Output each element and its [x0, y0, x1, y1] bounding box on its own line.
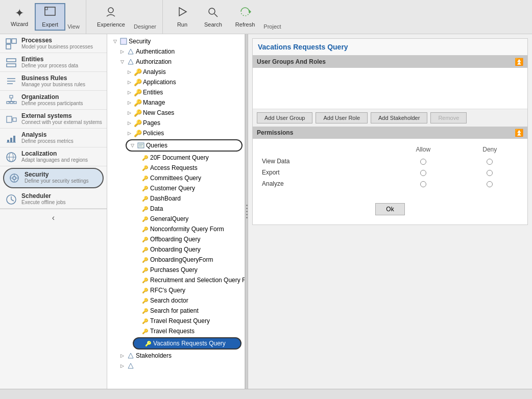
rfcs-tree-icon: 🔑 [141, 286, 149, 294]
tree-item-analysis[interactable]: ▷ 🔑 Analysis [107, 67, 245, 77]
tree-item-more[interactable]: ▷ [107, 361, 245, 371]
tree-item-dashboard[interactable]: 🔑 DashBoard [107, 193, 245, 204]
radio-view-data-allow[interactable] [420, 159, 426, 165]
nav-item-scheduler[interactable]: Scheduler Execute offline jobs [0, 190, 107, 209]
expand-authentication[interactable]: ▷ [118, 48, 126, 55]
expand-applications[interactable]: ▷ [126, 79, 133, 86]
nav-item-localization[interactable]: Localization Adapt languages and regions [0, 147, 107, 166]
svg-rect-27 [10, 138, 12, 142]
collapse-user-groups-icon[interactable]: ⏫ [515, 58, 523, 66]
nav-item-organization[interactable]: Organization Define process participants [0, 91, 107, 110]
expand-entities[interactable]: ▷ [126, 89, 133, 96]
project-group: Run Search Refresh Project [163, 0, 287, 34]
tree-item-authorization[interactable]: ▽ Authorization [107, 57, 245, 67]
localization-icon [4, 150, 18, 164]
radio-view-data-deny[interactable] [487, 159, 493, 165]
permissions-header[interactable]: Permissions ⏫ [253, 127, 527, 139]
nav-item-entities[interactable]: Entities Define your process data [0, 53, 107, 72]
radio-export-allow[interactable] [420, 170, 426, 176]
tree-item-search-patient[interactable]: 🔑 Search for patient [107, 306, 245, 316]
expand-security[interactable]: ▽ [111, 38, 118, 45]
tree-item-20f-doc[interactable]: 🔑 20F Document Query [107, 153, 245, 163]
perm-deny-analyze[interactable] [457, 179, 522, 189]
expand-manage[interactable]: ▷ [126, 99, 133, 106]
expand-analysis[interactable]: ▷ [126, 68, 133, 76]
tree-item-nonconformity[interactable]: 🔑 Nonconformity Query Form [107, 224, 245, 234]
main-area: Processes Model your business processes … [0, 34, 532, 389]
perm-allow-export[interactable] [390, 167, 456, 178]
processes-title: Processes [21, 37, 93, 44]
radio-analyze-deny[interactable] [487, 181, 493, 187]
user-groups-header[interactable]: User Groups And Roles ⏫ [253, 56, 527, 68]
general-tree-icon: 🔑 [141, 215, 149, 223]
nav-item-processes[interactable]: Processes Model your business processes [0, 34, 107, 53]
perm-deny-export[interactable] [457, 167, 522, 178]
tree-item-applications[interactable]: ▷ 🔑 Applications [107, 77, 245, 87]
radio-analyze-allow[interactable] [420, 181, 426, 187]
ok-button[interactable]: Ok [375, 203, 404, 215]
left-navigation: Processes Model your business processes … [0, 34, 107, 389]
refresh-button[interactable]: Refresh [229, 3, 262, 31]
tree-item-queries[interactable]: ▽ Queries [126, 139, 243, 152]
refresh-icon [239, 6, 251, 20]
tree-item-authentication[interactable]: ▷ Authentication [107, 46, 245, 57]
expand-new-cases[interactable]: ▷ [126, 109, 133, 116]
tree-item-onboarding-form[interactable]: 🔑 OnboardingQueryForm [107, 255, 245, 265]
nav-item-analysis[interactable]: Analysis Define process metrics [0, 129, 107, 147]
tree-item-committees-query[interactable]: 🔑 Committees Query [107, 173, 245, 183]
expand-authorization[interactable]: ▽ [118, 58, 126, 65]
security-subtitle: Define your security settings [25, 178, 89, 184]
perm-deny-view-data[interactable] [457, 156, 522, 166]
pages-tree-icon: 🔑 [134, 119, 142, 127]
search-button[interactable]: Search [198, 3, 229, 31]
tree-item-access-requests[interactable]: 🔑 Access Requests [107, 163, 245, 173]
tree-item-rfcs[interactable]: 🔑 RFC's Query [107, 285, 245, 295]
tree-item-onboarding[interactable]: 🔑 Onboarding Query [107, 244, 245, 255]
tree-item-stakeholders[interactable]: ▷ Stakeholders [107, 351, 245, 361]
expand-policies[interactable]: ▷ [126, 130, 133, 137]
expand-more[interactable]: ▷ [118, 362, 126, 369]
tree-item-general-query[interactable]: 🔑 GeneralQuery [107, 214, 245, 224]
nav-item-external-systems[interactable]: External systems Connect with your exter… [0, 110, 107, 129]
tree-item-customer-query[interactable]: 🔑 Customer Query [107, 183, 245, 193]
experience-button[interactable]: Experience [90, 3, 132, 31]
tree-item-security[interactable]: ▽ Security [107, 36, 245, 46]
tree-item-offboarding[interactable]: 🔑 Offboarding Query [107, 234, 245, 244]
tree-item-pages[interactable]: ▷ 🔑 Pages [107, 118, 245, 128]
tree-item-purchases[interactable]: 🔑 Purchases Query [107, 265, 245, 275]
tree-item-data[interactable]: 🔑 Data [107, 204, 245, 214]
project-section-label: Project [261, 23, 283, 32]
perm-allow-analyze[interactable] [390, 179, 456, 189]
data-tree-icon: 🔑 [141, 205, 149, 213]
add-user-group-button[interactable]: Add User Group [257, 112, 312, 123]
collapse-permissions-icon[interactable]: ⏫ [515, 129, 523, 137]
perm-allow-view-data[interactable] [390, 156, 456, 166]
radio-export-deny[interactable] [487, 170, 493, 176]
expand-stakeholders[interactable]: ▷ [118, 352, 126, 359]
tree-item-entities-auth[interactable]: ▷ 🔑 Entities [107, 87, 245, 97]
nav-item-business-rules[interactable]: Business Rules Manage your business rule… [0, 72, 107, 91]
tree-item-manage[interactable]: ▷ 🔑 Manage [107, 97, 245, 108]
svg-point-5 [209, 8, 215, 14]
expand-queries[interactable]: ▽ [129, 142, 136, 149]
expert-button[interactable]: Expert [35, 3, 65, 31]
tree-item-travel-request[interactable]: 🔑 Travel Request Query [107, 316, 245, 326]
tree-item-search-doctor[interactable]: 🔑 Search doctor [107, 295, 245, 306]
tree-item-new-cases[interactable]: ▷ 🔑 New Cases [107, 108, 245, 118]
nav-item-security[interactable]: Security Define your security settings [3, 168, 104, 188]
expert-icon [44, 6, 56, 20]
tree-item-travel-requests[interactable]: 🔑 Travel Requests [107, 326, 245, 336]
splitter-dot-1 [246, 205, 248, 206]
svg-point-34 [13, 177, 16, 180]
wizard-button[interactable]: ✦ Wizard [4, 3, 35, 31]
run-button[interactable]: Run [167, 3, 198, 31]
nav-collapse-button[interactable]: ‹ [0, 209, 107, 227]
tree-item-policies[interactable]: ▷ 🔑 Policies [107, 128, 245, 138]
add-stakeholder-button[interactable]: Add Stakeholder [371, 112, 427, 123]
remove-button[interactable]: Remove [430, 112, 467, 123]
add-user-role-button[interactable]: Add User Role [316, 112, 368, 123]
tree-item-recruitment[interactable]: 🔑 Recruitment and Selection Query For [107, 275, 245, 285]
tree-item-vacations-query[interactable]: 🔑 Vacations Requests Query [133, 337, 241, 350]
expand-pages[interactable]: ▷ [126, 119, 133, 127]
tree-label-entities-auth: Entities [143, 89, 163, 96]
